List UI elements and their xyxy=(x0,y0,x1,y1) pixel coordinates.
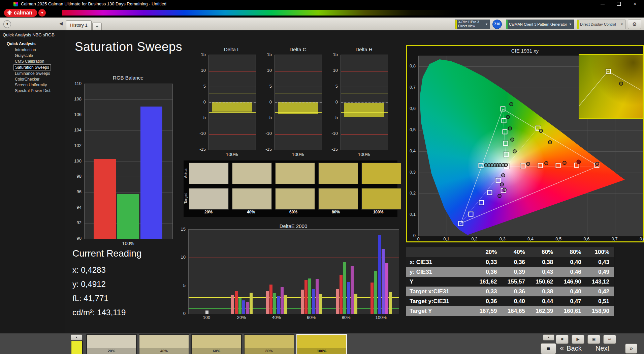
active-pattern-swatch[interactable] xyxy=(71,341,83,354)
deltae-bar xyxy=(205,311,208,314)
minimize-button[interactable] xyxy=(597,0,608,8)
sidebar-item-saturation-sweeps[interactable]: Saturation Sweeps xyxy=(13,64,51,70)
workflow-tree: Quick AnalysisIntroductionGrayscaleCMS C… xyxy=(0,39,65,93)
table-header-cell: 80% xyxy=(558,249,586,256)
cie-x-tick: 0,2 xyxy=(471,236,477,241)
meter-status-badge[interactable]: 710 xyxy=(492,20,502,29)
sidebar-item-colorchecker[interactable]: ColorChecker xyxy=(13,77,41,82)
pattern-button-100%[interactable]: 100% xyxy=(296,334,347,354)
collapse-right-button[interactable]: ▲ xyxy=(543,334,554,341)
sidebar-item-spectral-power-dist[interactable]: Spectral Power Dist. xyxy=(13,88,53,93)
actual-swatch-row xyxy=(189,163,401,184)
table-header-cell: 60% xyxy=(530,249,558,256)
cie-y-tick: 0,8 xyxy=(410,63,416,69)
pattern-button-60%[interactable]: 60% xyxy=(191,334,242,354)
cie-target-marker xyxy=(555,163,560,168)
cie-measured-marker xyxy=(497,194,502,198)
deltae-x-axis: 10020%40%60%80%100% xyxy=(188,315,398,321)
tab-history-1[interactable]: History 1 xyxy=(66,20,92,30)
logo-dropdown-icon[interactable]: ▼ xyxy=(38,9,46,17)
delta-l-chart: Delta L -15-10-5051015 100% xyxy=(197,46,256,162)
pattern-window-button[interactable]: ◼ xyxy=(541,343,556,354)
cie-y-tick: 0,7 xyxy=(410,85,416,90)
deltae-bar xyxy=(378,235,381,314)
limit-line xyxy=(209,71,256,71)
cie-target-marker xyxy=(538,163,543,168)
sidebar-item-introduction[interactable]: Introduction xyxy=(13,47,37,53)
pattern-button-40%[interactable]: 40% xyxy=(139,334,189,354)
maximize-button[interactable] xyxy=(613,0,624,8)
play-button[interactable]: ▶ xyxy=(572,335,584,344)
stop-button[interactable]: ■ xyxy=(556,335,569,344)
target-swatch-60% xyxy=(275,188,315,210)
deltae-bar xyxy=(351,266,354,314)
next-button[interactable]: Next xyxy=(595,344,609,353)
close-button[interactable]: × xyxy=(629,0,641,8)
table-value: 0,43 xyxy=(530,269,558,275)
cie-x-tick: 0,3 xyxy=(500,236,506,241)
limit-line xyxy=(209,134,256,135)
table-value: 150,62 xyxy=(530,278,558,285)
add-tab-button[interactable]: + xyxy=(92,23,102,30)
settings-gear-button[interactable]: ⚙ xyxy=(628,20,641,29)
sidebar-root-node[interactable]: Quick Analysis xyxy=(0,41,65,47)
deltae-bar xyxy=(284,295,287,314)
back-button[interactable]: «Back xyxy=(560,344,582,353)
table-value: 0,40 xyxy=(558,288,586,295)
limit-line xyxy=(189,308,399,309)
table-row-y-cie31: y: CIE310,360,390,430,460,49 xyxy=(406,267,614,277)
sidebar-item-grayscale[interactable]: Grayscale xyxy=(13,53,34,58)
loop-button[interactable]: ∞ xyxy=(603,335,616,344)
sidebar-item-luminance-sweeps[interactable]: Luminance Sweeps xyxy=(13,71,52,76)
window-title: Calman 2025 Calman Ultimate for Business… xyxy=(21,1,166,7)
calman-logo[interactable]: calman ▼ xyxy=(4,9,46,17)
save-button[interactable]: ▣ xyxy=(587,335,600,344)
limit-line xyxy=(189,297,399,298)
cie-x-tick: 0,4 xyxy=(527,236,534,241)
cie-target-marker xyxy=(502,129,507,134)
target-swatch-20% xyxy=(189,188,229,210)
cie-y-axis: 0,80,70,60,50,40,30,20,10 xyxy=(408,56,417,236)
table-value: 0,46 xyxy=(558,269,586,275)
delta-l-title: Delta L xyxy=(208,47,255,52)
cie-measured-marker xyxy=(539,129,543,133)
pattern-button-80%[interactable]: 80% xyxy=(244,334,294,354)
deltae-bar xyxy=(301,290,304,314)
cie-target-marker xyxy=(458,221,463,226)
cie-target-marker xyxy=(479,200,484,205)
target-swatch-80% xyxy=(318,188,358,210)
panel-collapse-button[interactable]: ● xyxy=(3,20,11,28)
table-header-cell: 100% xyxy=(586,249,614,256)
deltae-2000-chart: DeltaE 2000 051015 10020%40%60%80%100% xyxy=(176,223,400,324)
cie-target-marker xyxy=(468,211,473,216)
cie-measured-marker xyxy=(501,173,505,177)
pattern-button-20%[interactable]: 20% xyxy=(86,334,137,354)
next-chevron-button[interactable]: » xyxy=(625,344,637,354)
display-control-label: Direct Display Control xyxy=(579,22,619,26)
pattern-source-dropdown[interactable]: CalMAN Client 3 Pattern Generator ▼ xyxy=(506,20,574,29)
table-value: 0,36 xyxy=(474,298,502,305)
app-icon xyxy=(13,2,18,6)
titlebar: Calman 2025 Calman Ultimate for Business… xyxy=(0,0,644,8)
meter-name: X-Rite i1Pro 3 xyxy=(458,20,482,24)
sidebar-item-cms-calibration[interactable]: CMS Calibration xyxy=(13,59,45,64)
row-label: Target y:CIE31 xyxy=(406,298,474,305)
target-swatch-40% xyxy=(232,188,272,210)
cie-y-tick: 0,5 xyxy=(410,127,416,132)
sidebar-collapse-icon[interactable]: ◀ xyxy=(59,21,63,26)
deltae-category-label: 100% xyxy=(376,315,387,320)
chevron-down-icon: ▼ xyxy=(567,23,574,26)
table-header-cell: 20% xyxy=(474,249,502,256)
sidebar-item-screen-uniformity[interactable]: Screen Uniformity xyxy=(13,82,48,88)
delta-h-bar xyxy=(344,103,385,117)
calman-app-window: Calman 2025 Calman Ultimate for Business… xyxy=(0,0,644,354)
collapse-left-button[interactable]: ▲ xyxy=(71,334,82,341)
cie-measured-marker xyxy=(506,115,510,119)
row-label: Y xyxy=(406,278,474,285)
meter-dropdown[interactable]: X-Rite i1Pro 3 Direct View ▼ xyxy=(455,20,490,29)
delta-h-title: Delta H xyxy=(341,47,387,52)
table-value: 160,61 xyxy=(558,308,586,315)
display-control-dropdown[interactable]: Direct Display Control ▼ xyxy=(577,20,625,29)
deltae-bar xyxy=(371,283,374,314)
swatch-column-labels: 20%40%60%80%100% xyxy=(189,210,398,214)
